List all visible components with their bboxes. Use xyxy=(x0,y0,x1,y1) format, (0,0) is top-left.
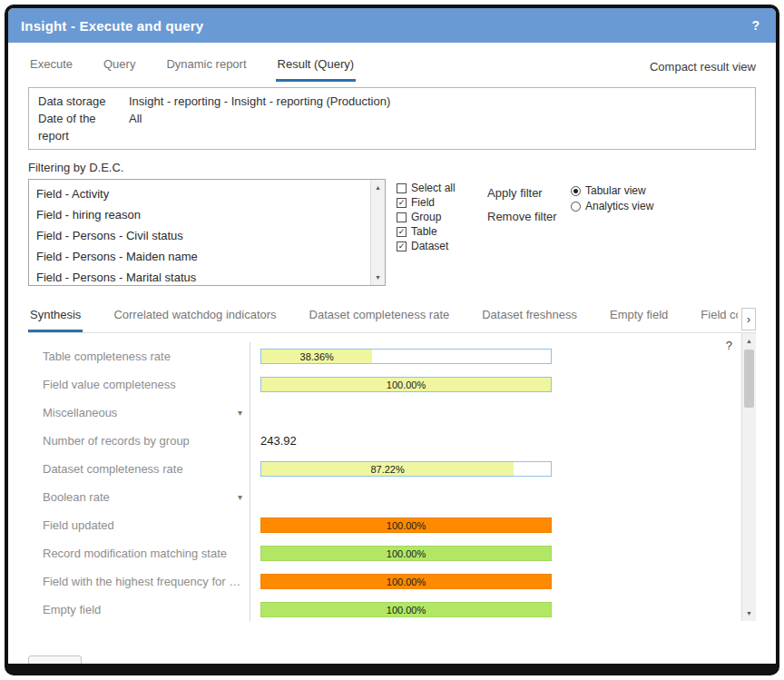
action-remove-filter[interactable]: Remove filter xyxy=(487,210,565,223)
metric-bar-fill: 100.00% xyxy=(261,575,551,588)
scroll-down-icon[interactable]: ▼ xyxy=(371,271,385,284)
metric-label-text: Table completeness rate xyxy=(43,350,171,363)
action-apply-filter[interactable]: Apply filter xyxy=(487,186,565,200)
metric-text-value: 243.92 xyxy=(260,434,297,448)
tab-dynamic-report[interactable]: Dynamic report xyxy=(164,57,248,82)
radio-circle-icon xyxy=(571,186,581,196)
filter-actions: Apply filterRemove filter xyxy=(487,179,565,286)
checkbox-group[interactable]: Group xyxy=(397,211,475,223)
list-item-field-activity[interactable]: Field - Activity xyxy=(29,183,368,204)
tab-execute[interactable]: Execute xyxy=(28,57,74,82)
info-label: Date of the report xyxy=(38,110,129,144)
checkbox-box-icon xyxy=(397,183,407,193)
view-options: Tabular viewAnalytics view xyxy=(571,179,653,286)
checkbox-box-icon: ✓ xyxy=(397,198,407,208)
list-item-field-persons-marital-status[interactable]: Field - Persons - Marital status xyxy=(29,267,368,286)
tab-query[interactable]: Query xyxy=(102,57,137,82)
metric-row: Record modification matching state100.00… xyxy=(28,539,738,567)
checkbox-label: Table xyxy=(411,225,437,238)
metric-value-area: 87.22% xyxy=(250,455,738,483)
radio-label: Analytics view xyxy=(585,200,653,212)
metric-label: Field updated xyxy=(28,511,250,539)
scrollbar-thumb[interactable] xyxy=(744,350,754,408)
filtering-label: Filtering by D.E.C. xyxy=(28,161,756,174)
list-item-field-persons-civil-status[interactable]: Field - Persons - Civil status xyxy=(29,225,368,246)
main-tabs: ExecuteQueryDynamic reportResult (Query) xyxy=(28,57,383,82)
checkbox-field[interactable]: ✓Field xyxy=(397,196,475,209)
listbox-scrollbar[interactable]: ▲ ▼ xyxy=(370,180,385,285)
metric-label: Miscellaneous▾ xyxy=(28,399,250,427)
result-section: SynthesisCorrelated watchdog indicatorsD… xyxy=(28,308,756,621)
metric-value-area: 243.92 xyxy=(250,427,738,455)
result-tab-dataset-completeness-rate[interactable]: Dataset completeness rate xyxy=(308,308,452,332)
checkbox-table[interactable]: ✓Table xyxy=(397,225,475,238)
filter-row: Field - ActivityField - hiring reasonFie… xyxy=(28,179,756,286)
dialog-footer: Close xyxy=(28,655,756,675)
metric-label: Dataset completeness rate xyxy=(28,455,250,483)
metric-row: Field value completeness100.00% xyxy=(28,370,738,399)
title-bar: Insight - Execute and query ? xyxy=(8,8,776,43)
panel-help-icon[interactable]: ? xyxy=(726,339,732,352)
checkbox-label: Dataset xyxy=(411,240,448,252)
metric-bar: 87.22% xyxy=(260,461,552,477)
metric-value-area: 100.00% xyxy=(250,370,738,399)
scroll-up-icon[interactable]: ▲ xyxy=(371,181,385,194)
result-tab-empty-field[interactable]: Empty field xyxy=(608,308,670,332)
metric-value-area: 100.00% xyxy=(250,596,738,621)
result-panel: ? Table completeness rate38.36%Field val… xyxy=(28,332,756,621)
close-button[interactable]: Close xyxy=(28,655,82,675)
metric-label: Field with the highest frequency for a .… xyxy=(28,567,250,596)
metric-label-text: Boolean rate xyxy=(43,490,110,504)
radio-circle-icon xyxy=(571,202,581,212)
dialog-window: Insight - Execute and query ? ExecuteQue… xyxy=(5,5,779,675)
help-icon[interactable]: ? xyxy=(748,18,763,33)
chevron-down-icon[interactable]: ▾ xyxy=(238,408,242,418)
metric-row: Empty field100.00% xyxy=(28,596,738,621)
list-item-field-persons-maiden-name[interactable]: Field - Persons - Maiden name xyxy=(29,246,368,267)
metric-label-text: Empty field xyxy=(43,603,101,616)
result-tab-correlated-watchdog-indicators[interactable]: Correlated watchdog indicators xyxy=(112,308,278,332)
scroll-up-icon[interactable]: ▲ xyxy=(742,334,756,348)
checkbox-box-icon: ✓ xyxy=(397,227,407,237)
metric-value-area: 100.00% xyxy=(250,539,738,567)
metric-row: Table completeness rate38.36% xyxy=(28,342,738,370)
metric-row: Number of records by group243.92 xyxy=(28,427,738,455)
metric-label-text: Field updated xyxy=(43,518,114,532)
metric-label-text: Record modification matching state xyxy=(43,547,227,560)
checkbox-label: Select all xyxy=(411,182,456,194)
panel-scrollbar[interactable]: ▲ ▼ xyxy=(741,333,756,621)
chevron-down-icon[interactable]: ▾ xyxy=(238,492,242,502)
metric-bar: 100.00% xyxy=(260,602,552,617)
window-title: Insight - Execute and query xyxy=(21,18,203,34)
checkbox-dataset[interactable]: ✓Dataset xyxy=(397,240,475,252)
radio-analytics-view[interactable]: Analytics view xyxy=(571,200,653,212)
metric-bar-fill: 38.36% xyxy=(261,350,372,363)
dec-listbox[interactable]: Field - ActivityField - hiring reasonFie… xyxy=(28,179,386,286)
checkbox-select-all[interactable]: Select all xyxy=(397,182,475,194)
tab-result-query[interactable]: Result (Query) xyxy=(276,57,357,82)
tab-scroll-right-icon[interactable]: › xyxy=(741,308,756,330)
metric-value-area: 100.00% xyxy=(250,511,738,539)
compact-result-view-link[interactable]: Compact result view xyxy=(650,60,756,82)
metric-label-text: Miscellaneous xyxy=(43,406,117,419)
scroll-down-icon[interactable]: ▼ xyxy=(742,606,756,620)
result-tabbar: SynthesisCorrelated watchdog indicatorsD… xyxy=(28,308,756,332)
result-tab-dataset-freshness[interactable]: Dataset freshness xyxy=(480,308,579,332)
metric-label-text: Field with the highest frequency for a .… xyxy=(43,575,242,588)
main-tabbar: ExecuteQueryDynamic reportResult (Query)… xyxy=(28,57,756,82)
metric-label: Record modification matching state xyxy=(28,539,250,567)
metric-label: Table completeness rate xyxy=(28,342,250,370)
info-label: Data storage xyxy=(38,93,129,110)
radio-tabular-view[interactable]: Tabular view xyxy=(571,184,653,197)
metric-value-area: 38.36% xyxy=(250,342,738,370)
metric-bar: 100.00% xyxy=(260,517,552,533)
info-row-report-date: Date of the report All xyxy=(38,110,746,144)
result-tabs: SynthesisCorrelated watchdog indicatorsD… xyxy=(28,308,738,332)
metric-row: Miscellaneous▾ xyxy=(28,399,738,427)
dec-listbox-items: Field - ActivityField - hiring reasonFie… xyxy=(29,183,368,286)
result-tab-field-compliance-ap[interactable]: Field compliance ap xyxy=(699,308,738,332)
result-tab-synthesis[interactable]: Synthesis xyxy=(28,308,83,332)
list-item-field-hiring-reason[interactable]: Field - hiring reason xyxy=(29,204,368,225)
checkbox-label: Group xyxy=(411,211,441,223)
info-value: Insight - reporting - Insight - reportin… xyxy=(129,93,746,110)
